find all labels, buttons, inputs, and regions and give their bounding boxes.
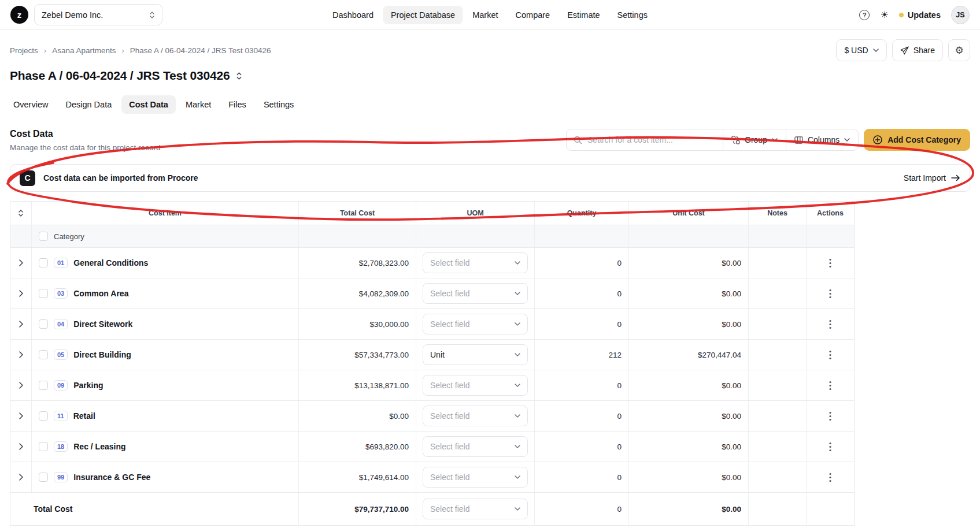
row-checkbox[interactable]	[39, 442, 48, 451]
cost-code-badge: 18	[54, 441, 68, 452]
row-menu-icon[interactable]	[807, 473, 854, 482]
uom-value: Select field	[430, 442, 469, 451]
chevron-down-icon	[772, 138, 778, 142]
unit-cost-value: $0.00	[629, 309, 749, 339]
category-checkbox[interactable]	[39, 232, 48, 241]
col-header-total-cost: Total Cost	[299, 202, 416, 225]
start-import-link[interactable]: Start Import	[904, 173, 960, 183]
sort-updown-icon[interactable]	[10, 202, 32, 225]
cost-code-badge: 05	[54, 349, 68, 360]
currency-select[interactable]: $ USD	[836, 39, 886, 61]
tab-files[interactable]: Files	[221, 95, 254, 114]
nav-compare[interactable]: Compare	[508, 6, 558, 24]
row-menu-icon[interactable]	[807, 411, 854, 421]
footer-uom-select[interactable]: Select field	[423, 499, 528, 519]
expand-row-icon[interactable]	[10, 401, 31, 431]
uom-select[interactable]: Select field	[423, 375, 528, 396]
uom-select[interactable]: Select field	[423, 283, 528, 304]
uom-select[interactable]: Unit	[423, 344, 528, 365]
breadcrumb-projects[interactable]: Projects	[10, 46, 38, 55]
tab-settings[interactable]: Settings	[256, 95, 301, 114]
quantity-value: 0	[535, 432, 629, 462]
cost-data-toolbar: Group Columns Add Cost Category	[566, 129, 970, 151]
breadcrumb-asana-apartments[interactable]: Asana Apartments	[52, 46, 116, 55]
updates-dot-icon	[899, 13, 904, 17]
navbar-right: ? ☀ Updates JS	[859, 6, 970, 24]
total-cost-value: $4,082,309.00	[299, 278, 416, 308]
expand-row-icon[interactable]	[10, 248, 31, 278]
expand-row-icon[interactable]	[10, 370, 31, 400]
columns-button[interactable]: Columns	[786, 129, 859, 151]
expand-row-icon[interactable]	[10, 432, 31, 462]
row-checkbox[interactable]	[39, 350, 48, 359]
company-name: Zebel Demo Inc.	[42, 10, 103, 20]
row-checkbox[interactable]	[39, 473, 48, 482]
chevron-down-icon	[515, 292, 520, 295]
uom-value: Select field	[430, 319, 469, 329]
project-tabs: Overview Design Data Cost Data Market Fi…	[0, 83, 980, 114]
row-menu-icon[interactable]	[807, 350, 854, 360]
expand-row-icon[interactable]	[10, 309, 31, 339]
total-cost-value: $30,000.00	[299, 309, 416, 339]
avatar[interactable]: JS	[951, 6, 970, 24]
page-title-row: Phase A / 06-04-2024 / JRS Test 030426	[0, 61, 980, 83]
notes-cell	[749, 278, 807, 308]
row-checkbox[interactable]	[39, 258, 48, 267]
updown-chevron-icon	[149, 11, 155, 19]
group-button[interactable]: Group	[723, 129, 786, 151]
cost-code-badge: 03	[54, 288, 68, 299]
unit-cost-value: $270,447.04	[629, 340, 749, 370]
theme-toggle-icon[interactable]: ☀	[880, 10, 888, 20]
title-updown-icon[interactable]	[236, 72, 242, 80]
tab-design-data[interactable]: Design Data	[58, 95, 119, 114]
unit-cost-value: $0.00	[629, 401, 749, 431]
uom-select[interactable]: Select field	[423, 314, 528, 334]
nav-estimate[interactable]: Estimate	[560, 6, 607, 24]
expand-row-icon[interactable]	[10, 462, 31, 492]
table-row: 03 Common Area $4,082,309.00 Select fiel…	[10, 278, 854, 309]
row-menu-icon[interactable]	[807, 289, 854, 299]
toolbar-segment: Group Columns	[566, 129, 859, 151]
row-checkbox[interactable]	[39, 319, 48, 329]
notes-cell	[749, 401, 807, 431]
add-cost-category-button[interactable]: Add Cost Category	[864, 129, 970, 151]
row-menu-icon[interactable]	[807, 319, 854, 329]
chevron-down-icon	[515, 414, 520, 418]
plus-circle-icon	[873, 135, 882, 144]
row-checkbox[interactable]	[39, 289, 48, 298]
uom-select[interactable]: Select field	[423, 406, 528, 426]
row-menu-icon[interactable]	[807, 258, 854, 268]
table-row: 18 Rec / Leasing $693,820.00 Select fiel…	[10, 432, 854, 462]
expand-row-icon[interactable]	[10, 340, 31, 370]
table-row: 99 Insurance & GC Fee $1,749,614.00 Sele…	[10, 462, 854, 493]
section-title: Cost Data	[10, 129, 160, 139]
tab-cost-data[interactable]: Cost Data	[121, 95, 176, 114]
nav-dashboard[interactable]: Dashboard	[325, 6, 381, 24]
settings-gear-button[interactable]: ⚙	[948, 39, 970, 61]
quantity-value: 0	[535, 401, 629, 431]
row-menu-icon[interactable]	[807, 442, 854, 452]
search-input[interactable]	[587, 135, 716, 144]
col-header-cost-item: Cost Item	[32, 202, 299, 225]
chevron-down-icon	[873, 49, 879, 52]
cost-code-badge: 11	[54, 411, 68, 421]
nav-market[interactable]: Market	[465, 6, 505, 24]
uom-select[interactable]: Select field	[423, 436, 528, 457]
uom-select[interactable]: Select field	[423, 252, 528, 273]
row-checkbox[interactable]	[39, 381, 48, 390]
uom-select[interactable]: Select field	[423, 467, 528, 488]
tab-market[interactable]: Market	[178, 95, 219, 114]
unit-cost-value: $0.00	[629, 462, 749, 492]
updates-button[interactable]: Updates	[899, 10, 941, 20]
row-menu-icon[interactable]	[807, 381, 854, 391]
app-logo[interactable]: z	[10, 6, 28, 24]
nav-project-database[interactable]: Project Database	[383, 6, 463, 24]
share-button[interactable]: Share	[892, 39, 943, 61]
company-selector[interactable]: Zebel Demo Inc.	[34, 4, 162, 25]
help-icon[interactable]: ?	[859, 10, 870, 20]
tab-overview[interactable]: Overview	[6, 95, 56, 114]
row-checkbox[interactable]	[39, 411, 48, 421]
expand-row-icon[interactable]	[10, 278, 31, 308]
nav-settings[interactable]: Settings	[610, 6, 655, 24]
share-label: Share	[914, 46, 935, 55]
